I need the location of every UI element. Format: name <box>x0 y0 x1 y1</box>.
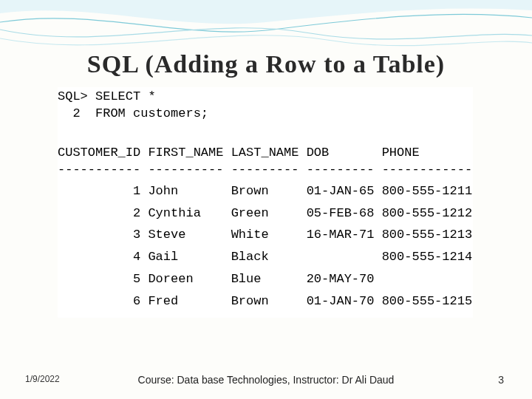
footer-date: 1/9/2022 <box>25 374 60 384</box>
table-row: 5 Doreen Blue 20-MAY-70 <box>58 268 473 290</box>
sql-prompt-line-1: SQL> SELECT * <box>58 89 473 106</box>
footer-page-number: 3 <box>498 374 504 386</box>
sql-prompt-line-2: 2 FROM customers; <box>58 106 473 123</box>
table-row: 6 Fred Brown 01-JAN-70 800-555-1215 <box>58 290 473 313</box>
table-body: 1 John Brown 01-JAN-65 800-555-1211 2 Cy… <box>58 180 473 313</box>
table-row: 4 Gail Black 800-555-1214 <box>58 246 473 268</box>
table-row: 2 Cynthia Green 05-FEB-68 800-555-1212 <box>58 202 473 225</box>
table-row: 1 John Brown 01-JAN-65 800-555-1211 <box>58 180 473 202</box>
table-row: 3 Steve White 16-MAR-71 800-555-1213 <box>58 224 473 246</box>
page-title: SQL (Adding a Row to a Table) <box>0 50 532 78</box>
slide-footer: 1/9/2022 Course: Data base Technologies,… <box>0 374 532 386</box>
footer-course: Course: Data base Technologies, Instruct… <box>0 374 532 386</box>
sql-output-block: SQL> SELECT * 2 FROM customers; CUSTOMER… <box>58 87 473 318</box>
table-divider: ----------- ---------- --------- -------… <box>58 162 473 179</box>
table-header: CUSTOMER_ID FIRST_NAME LAST_NAME DOB PHO… <box>58 145 473 162</box>
